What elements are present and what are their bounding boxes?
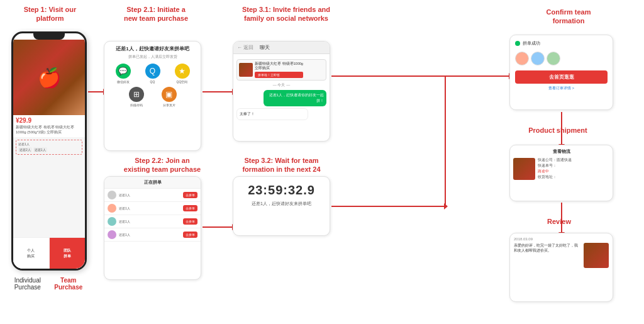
confirm-label: Confirm team formation bbox=[537, 8, 600, 26]
timer-subtitle: 还差1人，赶快请好友来拼单吧 bbox=[236, 201, 326, 207]
team-purchase-label: TeamPurchase bbox=[54, 277, 82, 291]
shipment-label: Product shipment bbox=[526, 126, 589, 135]
avatar-1 bbox=[515, 52, 529, 65]
wechat-label: 微信好友 bbox=[113, 80, 133, 84]
qqzone-icon: ★ bbox=[175, 64, 190, 79]
arrow-phone-to-step21 bbox=[88, 91, 104, 92]
chat-header: ← 返回 聊天 bbox=[233, 42, 330, 54]
team-row-1: 还差1人 去拼单 bbox=[104, 189, 201, 202]
team-avatar-4 bbox=[108, 230, 116, 239]
chat-msg-sent: 还差1人，赶快邀请你的好友一起拼！ bbox=[264, 90, 326, 106]
team-info-1: 还差1人 bbox=[119, 193, 183, 197]
status-text: 拼单成功 bbox=[523, 40, 540, 47]
chat-product-thumb bbox=[239, 63, 253, 77]
arrow-step22-to-step32 bbox=[203, 226, 233, 228]
chat-join-link[interactable]: 拼单啦！立即签 bbox=[255, 72, 303, 78]
shipment-header: 查看物流 bbox=[513, 148, 609, 155]
shipment-address: 收货地址： bbox=[538, 174, 572, 180]
review-date: 2018.03.09 bbox=[514, 237, 609, 241]
phone-individual-btn[interactable]: 个人购买 bbox=[13, 238, 50, 269]
card-confirm: 拼单成功 去首页逛逛 查看订单详情 > bbox=[509, 35, 613, 110]
confirm-inner: 拼单成功 去首页逛逛 查看订单详情 > bbox=[510, 35, 613, 96]
scan-icon: ⊞ bbox=[129, 87, 144, 102]
shipment-number: 快递单号： bbox=[538, 163, 572, 169]
phone-desc: 新疆特级大红枣 有机枣 特级大红枣 1000g (500g*2袋) 立即购买 bbox=[16, 125, 82, 135]
phone-notch bbox=[33, 33, 65, 40]
team-join-btn-1[interactable]: 去拼单 bbox=[183, 192, 197, 198]
phone-product-info: ¥29.9 新疆特级大红枣 有机枣 特级大红枣 1000g (500g*2袋) … bbox=[13, 115, 85, 137]
review-label: Review bbox=[537, 217, 581, 226]
shipment-row: 快递公司：圆通快递 快递单号： 路途中 收货地址： bbox=[513, 157, 609, 180]
avatar-row bbox=[515, 52, 608, 65]
qq-label: QQ bbox=[143, 80, 163, 84]
chat-msg-received: 太棒了！ bbox=[236, 108, 308, 120]
social-qq[interactable]: Q QQ bbox=[143, 64, 163, 84]
phone-bottom-labels: IndividualPurchase TeamPurchase bbox=[8, 277, 89, 291]
card-review: 2018.03.09 亲爱的好评，吃完一袋了太好吃了，我和友人都帮我进价买。 bbox=[509, 233, 613, 302]
qq-icon: Q bbox=[145, 64, 160, 79]
arrow-step32-h bbox=[331, 206, 445, 207]
phone-team-btn[interactable]: 团队拼单 bbox=[50, 238, 86, 269]
team-join-btn-3[interactable]: 去拼单 bbox=[183, 218, 197, 225]
avatar-2 bbox=[531, 52, 545, 65]
shipment-info: 快递公司：圆通快递 快递单号： 路途中 收货地址： bbox=[538, 157, 572, 180]
confirm-btn[interactable]: 去首页逛逛 bbox=[515, 70, 608, 84]
social-scan[interactable]: ⊞ 扫描付码 bbox=[126, 87, 147, 107]
share-icon: ▣ bbox=[162, 87, 177, 102]
arrow-step31-to-confirm bbox=[331, 75, 509, 77]
team-row-3: 还差1人 去拼单 bbox=[104, 215, 201, 228]
phone-bottom-bar: 个人购买 团队拼单 bbox=[13, 237, 85, 269]
social-share[interactable]: ▣ 分享页片 bbox=[159, 87, 179, 107]
social-icons-row1: 💬 微信好友 Q QQ ★ QQ空间 bbox=[108, 64, 197, 84]
confirm-status-row: 拼单成功 bbox=[515, 40, 608, 47]
chat-product-text: 新疆特级大红枣 特级枣1000g立即购买 拼单啦！立即签 bbox=[255, 62, 303, 78]
team-join-btn-4[interactable]: 去拼单 bbox=[183, 232, 197, 238]
chat-product-card: 新疆特级大红枣 特级枣1000g立即购买 拼单啦！立即签 bbox=[236, 59, 326, 81]
shipment-inner: 查看物流 快递公司：圆通快递 快递单号： 路途中 收货地址： bbox=[510, 145, 613, 183]
social-wechat[interactable]: 💬 微信好友 bbox=[113, 64, 133, 84]
phone-price: ¥29.9 bbox=[16, 117, 82, 124]
team-avatar-1 bbox=[108, 191, 116, 199]
card-step32: 23:59:32.9 还差1人，赶快请好友来拼单吧 bbox=[233, 176, 330, 236]
team-row-4: 还差1人 去拼单 bbox=[104, 228, 201, 242]
timer-number: 23:59:32.9 bbox=[236, 183, 326, 198]
social-icons-row2: ⊞ 扫描付码 ▣ 分享页片 bbox=[108, 87, 197, 107]
card-step22: 正在拼单 还差1人 去拼单 还差1人 去拼单 还差1人 去拼单 还差1人 去拼单 bbox=[104, 176, 201, 280]
chat-messages: 新疆特级大红枣 特级枣1000g立即购买 拼单啦！立即签 — 今天 — 还差1人… bbox=[233, 54, 330, 125]
status-dot bbox=[515, 41, 520, 46]
team-avatar-3 bbox=[108, 217, 116, 226]
confirm-link[interactable]: 查看订单详情 > bbox=[515, 86, 608, 91]
phone-product-image: 🍎 bbox=[13, 40, 85, 115]
shipment-company: 快递公司：圆通快递 bbox=[538, 157, 572, 163]
team-avatar-2 bbox=[108, 204, 116, 213]
step1-label: Step 1: Visit our platform bbox=[14, 5, 86, 23]
individual-purchase-label: IndividualPurchase bbox=[14, 277, 41, 291]
team-join-btn-2[interactable]: 去拼单 bbox=[183, 205, 197, 211]
phone-screen: 🍎 ¥29.9 新疆特级大红枣 有机枣 特级大红枣 1000g (500g*2袋… bbox=[13, 40, 85, 269]
step21-label: Step 2.1: Initiate a new team purchase bbox=[121, 5, 191, 23]
step31-label: Step 3.1: Invite friends and family on s… bbox=[239, 5, 333, 23]
card-step21: 还差1人，赶快邀请好友来拼单吧 拼单已发起，人满后立即发货 💬 微信好友 Q Q… bbox=[104, 41, 201, 151]
card-step31: ← 返回 聊天 新疆特级大红枣 特级枣1000g立即购买 拼单啦！立即签 — 今… bbox=[233, 41, 330, 142]
team-row-2: 还差1人 去拼单 bbox=[104, 202, 201, 215]
team-info-2: 还差1人 bbox=[119, 206, 183, 210]
team-list-header: 正在拼单 bbox=[104, 177, 201, 189]
shipment-thumb bbox=[513, 158, 535, 180]
step21-subtitle: 拼单已发起，人满后立即发货 bbox=[108, 54, 197, 60]
step21-inner: 还差1人，赶快邀请好友来拼单吧 拼单已发起，人满后立即发货 💬 微信好友 Q Q… bbox=[104, 42, 201, 114]
timer-display: 23:59:32.9 还差1人，赶快请好友来拼单吧 bbox=[233, 177, 330, 213]
arrow-step32-v bbox=[445, 75, 446, 206]
social-qqzone[interactable]: ★ QQ空间 bbox=[172, 64, 192, 84]
share-label: 分享页片 bbox=[159, 103, 179, 107]
avatar-3 bbox=[547, 52, 560, 65]
phone-mockup: 🍎 ¥29.9 新疆特级大红枣 有机枣 特级大红枣 1000g (500g*2袋… bbox=[11, 31, 87, 271]
team-info-3: 还差1人 bbox=[119, 220, 183, 223]
diagram-container: Step 1: Visit our platform 🍎 ¥29.9 新疆特级大… bbox=[0, 0, 644, 324]
wechat-icon: 💬 bbox=[116, 64, 131, 79]
qqzone-label: QQ空间 bbox=[172, 80, 192, 84]
step21-title: 还差1人，赶快邀请好友来拼单吧 bbox=[108, 45, 197, 52]
review-image bbox=[584, 243, 609, 268]
shipment-status: 路途中 bbox=[538, 169, 572, 174]
review-inner: 2018.03.09 亲爱的好评，吃完一袋了太好吃了，我和友人都帮我进价买。 bbox=[510, 233, 613, 260]
scan-label: 扫描付码 bbox=[126, 103, 147, 107]
